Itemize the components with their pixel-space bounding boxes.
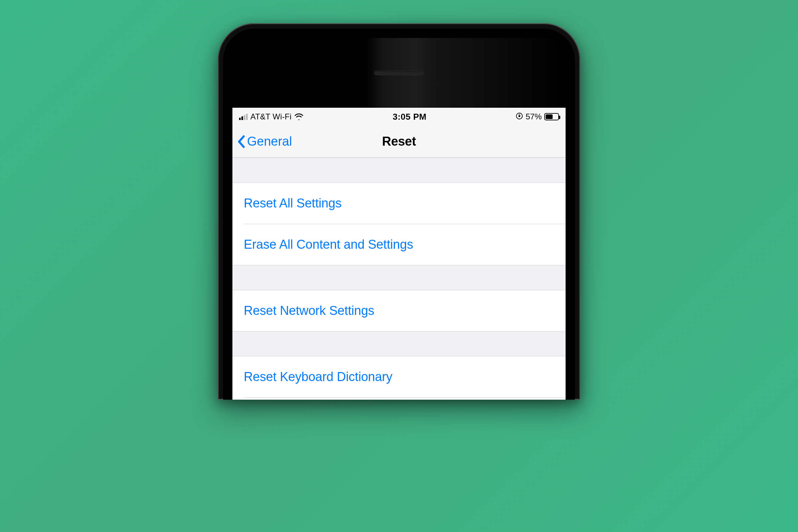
orientation-lock-icon bbox=[516, 112, 523, 121]
phone-top-bezel bbox=[232, 38, 566, 108]
phone-speaker bbox=[374, 71, 424, 75]
cell-label: Reset Keyboard Dictionary bbox=[244, 370, 392, 384]
cellular-signal-icon bbox=[239, 113, 248, 120]
reset-all-settings-row[interactable]: Reset All Settings bbox=[232, 183, 566, 224]
phone-bezel: AT&T Wi-Fi 3:05 PM bbox=[223, 28, 575, 400]
erase-all-content-row[interactable]: Erase All Content and Settings bbox=[232, 224, 566, 265]
wifi-icon bbox=[294, 113, 304, 120]
cell-label: Reset Network Settings bbox=[244, 304, 374, 318]
section-spacer bbox=[232, 331, 566, 357]
page-title: Reset bbox=[382, 134, 416, 149]
section-spacer bbox=[232, 265, 566, 290]
battery-icon bbox=[544, 113, 559, 120]
back-button-label: General bbox=[247, 134, 292, 149]
section-spacer bbox=[232, 158, 566, 183]
battery-percent-label: 57% bbox=[526, 112, 542, 121]
reset-network-settings-row[interactable]: Reset Network Settings bbox=[232, 290, 566, 331]
chevron-left-icon bbox=[237, 135, 246, 148]
reset-keyboard-dictionary-row[interactable]: Reset Keyboard Dictionary bbox=[232, 357, 566, 397]
cell-label: Reset All Settings bbox=[244, 196, 341, 210]
screen-cutoff bbox=[232, 398, 566, 400]
navigation-bar: General Reset bbox=[232, 126, 566, 158]
carrier-label: AT&T Wi-Fi bbox=[250, 112, 291, 121]
svg-rect-1 bbox=[518, 115, 520, 117]
phone-device-frame: AT&T Wi-Fi 3:05 PM bbox=[218, 23, 580, 400]
status-bar-time: 3:05 PM bbox=[393, 112, 426, 122]
settings-content: Reset All Settings Erase All Content and… bbox=[232, 158, 566, 400]
back-button[interactable]: General bbox=[237, 134, 292, 149]
status-bar-left: AT&T Wi-Fi bbox=[239, 112, 304, 121]
cell-label: Erase All Content and Settings bbox=[244, 238, 413, 251]
phone-screen: AT&T Wi-Fi 3:05 PM bbox=[232, 108, 566, 400]
status-bar: AT&T Wi-Fi 3:05 PM bbox=[232, 108, 566, 126]
status-bar-right: 57% bbox=[516, 112, 559, 121]
